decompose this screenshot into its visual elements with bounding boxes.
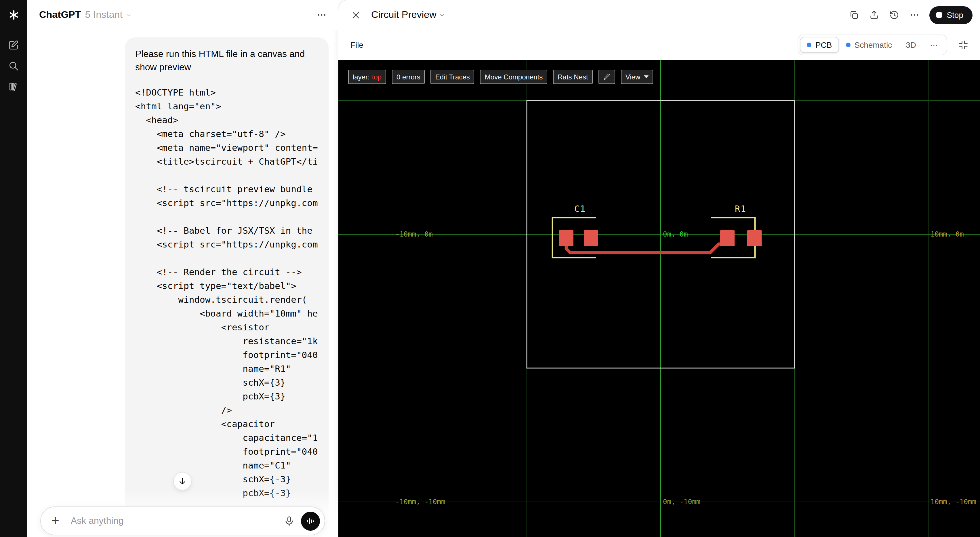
chat-options-icon[interactable] bbox=[313, 6, 330, 24]
microphone-icon[interactable] bbox=[278, 510, 299, 531]
r1-pad-2[interactable] bbox=[747, 230, 762, 246]
model-name[interactable]: 5 Instant bbox=[85, 9, 122, 21]
message-list: Please run this HTML file in a canvas an… bbox=[27, 30, 338, 537]
view-dropdown[interactable]: View bbox=[621, 70, 653, 84]
app-window: ChatGPT 5 Instant Please run this HTML f… bbox=[0, 0, 980, 537]
stop-button[interactable]: Stop bbox=[929, 6, 972, 24]
stop-icon bbox=[936, 12, 942, 18]
library-icon[interactable] bbox=[5, 78, 22, 95]
composer: + Ask anything bbox=[40, 507, 325, 535]
view-tabs: PCB Schematic 3D ⋯ bbox=[797, 35, 947, 55]
close-icon[interactable] bbox=[347, 6, 364, 24]
canvas-panel: Circuit Preview bbox=[338, 0, 980, 537]
pcb-drawing[interactable]: C1 R1 -10mm, 0m 0m, 0m 10mm, 0m -10mm, -… bbox=[338, 60, 980, 537]
copy-icon[interactable] bbox=[845, 6, 862, 24]
grid-label-origin: 0m, 0m bbox=[663, 230, 688, 238]
grid-label: 0m, -10mm bbox=[663, 498, 700, 506]
chat-panel: ChatGPT 5 Instant Please run this HTML f… bbox=[27, 0, 338, 537]
canvas-menubar: File PCB Schematic 3D ⋯ bbox=[338, 30, 980, 60]
chat-header: ChatGPT 5 Instant bbox=[27, 0, 338, 30]
rats-nest-button[interactable]: Rats Nest bbox=[553, 70, 592, 84]
voice-mode-icon[interactable] bbox=[301, 512, 320, 531]
chevron-down-icon[interactable] bbox=[126, 12, 132, 18]
chat-title: ChatGPT bbox=[39, 9, 81, 21]
pcb-dot bbox=[807, 43, 811, 47]
c1-label[interactable]: C1 bbox=[574, 204, 586, 214]
grid-label: 10mm, 0m bbox=[931, 230, 964, 238]
layer-button[interactable]: layer: top bbox=[348, 70, 386, 84]
pcb-toolbar: layer: top 0 errors Edit Traces Move Com… bbox=[348, 70, 653, 84]
sidebar-rail bbox=[0, 0, 27, 537]
c1-pad-1[interactable] bbox=[559, 230, 573, 246]
file-menu[interactable]: File bbox=[350, 40, 363, 49]
user-message-bubble: Please run this HTML file in a canvas an… bbox=[125, 37, 329, 537]
grid-label: 10mm, -10mm bbox=[931, 498, 976, 506]
history-icon[interactable] bbox=[886, 6, 903, 24]
grid-lines bbox=[338, 60, 980, 537]
openai-logo-icon[interactable] bbox=[5, 6, 22, 24]
tab-schematic[interactable]: Schematic bbox=[839, 37, 899, 53]
message-code-block: <!DOCTYPE html> <html lang="en"> <head> … bbox=[135, 86, 318, 500]
collapse-fullscreen-icon[interactable] bbox=[954, 36, 972, 54]
canvas-title: Circuit Preview bbox=[371, 9, 436, 21]
pencil-icon[interactable] bbox=[598, 70, 615, 84]
search-icon[interactable] bbox=[5, 57, 22, 74]
composer-placeholder[interactable]: Ask anything bbox=[71, 516, 123, 526]
message-text: Please run this HTML file in a canvas an… bbox=[135, 47, 318, 74]
tab-3d[interactable]: 3D bbox=[899, 37, 923, 53]
caret-down-icon bbox=[644, 75, 648, 78]
edit-traces-button[interactable]: Edit Traces bbox=[431, 70, 474, 84]
scroll-to-bottom-button[interactable] bbox=[173, 472, 192, 491]
new-chat-icon[interactable] bbox=[5, 36, 22, 54]
grid-label: -10mm, 0m bbox=[395, 230, 433, 238]
c1-pad-2[interactable] bbox=[584, 230, 598, 246]
errors-button[interactable]: 0 errors bbox=[392, 70, 425, 84]
share-upload-icon[interactable] bbox=[865, 6, 883, 24]
move-components-button[interactable]: Move Components bbox=[480, 70, 547, 84]
chevron-down-icon[interactable] bbox=[439, 12, 446, 18]
attach-plus-icon[interactable]: + bbox=[44, 510, 66, 532]
pcb-canvas[interactable]: layer: top 0 errors Edit Traces Move Com… bbox=[338, 60, 980, 537]
tab-more-icon[interactable]: ⋯ bbox=[923, 37, 945, 53]
r1-pad-1[interactable] bbox=[720, 230, 735, 246]
schematic-dot bbox=[846, 43, 850, 47]
r1-label[interactable]: R1 bbox=[735, 204, 746, 214]
canvas-header: Circuit Preview bbox=[338, 0, 980, 30]
grid-label: -10mm, -10mm bbox=[395, 498, 445, 506]
more-options-icon[interactable] bbox=[906, 6, 923, 24]
tab-pcb[interactable]: PCB bbox=[800, 37, 839, 53]
axis-lines bbox=[338, 60, 980, 537]
layer-value: top bbox=[372, 73, 382, 81]
